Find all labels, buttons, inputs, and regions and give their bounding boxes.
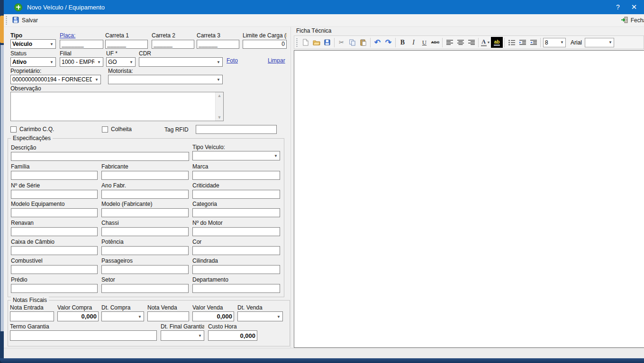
- dt-compra-field: Dt. Compra ▼: [101, 304, 144, 321]
- tipo-combo[interactable]: Veículo ▼: [10, 39, 56, 49]
- descricao-input[interactable]: [11, 152, 189, 161]
- highlight-button[interactable]: ab: [491, 37, 503, 48]
- plus-icon: [14, 3, 22, 11]
- chevron-down-icon: ▼: [50, 60, 54, 64]
- status-combo[interactable]: Ativo ▼: [10, 57, 56, 67]
- foto-link[interactable]: Foto: [227, 57, 238, 64]
- carreta1-input[interactable]: [105, 40, 148, 49]
- copy-button[interactable]: [347, 37, 358, 48]
- editor-toolbar-grip[interactable]: [296, 38, 298, 47]
- potencia-input[interactable]: [101, 246, 189, 255]
- setor-input[interactable]: [101, 284, 189, 293]
- font-size-combo[interactable]: 8 ▼: [543, 38, 566, 47]
- italic-button[interactable]: I: [408, 37, 419, 48]
- toolbar-grip[interactable]: [5, 16, 8, 25]
- checkbox-icon[interactable]: [102, 126, 108, 133]
- save-button[interactable]: Salvar: [9, 15, 40, 27]
- familia-input[interactable]: [11, 171, 98, 180]
- editor-toolbar: ✂ ↶ ↷ B: [294, 35, 644, 49]
- font-name-combo[interactable]: ▼: [585, 38, 614, 47]
- departamento-input[interactable]: [192, 284, 280, 293]
- ficha-tecnica-editor[interactable]: [294, 50, 644, 348]
- proprietario-label: Proprietário:: [10, 68, 101, 75]
- scroll-down-icon[interactable]: ▼: [218, 115, 222, 120]
- proprietario-combo[interactable]: 00000000000194 - FORNECEDOR : ▼: [10, 75, 101, 84]
- chassi-input[interactable]: [101, 227, 189, 236]
- dt-compra-combo[interactable]: ▼: [101, 311, 144, 321]
- nota-entrada-input[interactable]: [10, 311, 54, 321]
- bold-button[interactable]: B: [397, 37, 408, 48]
- predio-input[interactable]: [11, 284, 98, 293]
- ano-fabr-input[interactable]: [101, 190, 189, 199]
- align-left-button[interactable]: [444, 37, 455, 48]
- exit-door-icon: [621, 16, 628, 25]
- passageiros-input[interactable]: [101, 265, 189, 274]
- close-form-button[interactable]: Fechar: [618, 15, 644, 27]
- motorista-combo[interactable]: ▼: [108, 75, 223, 84]
- save-editor-button[interactable]: [322, 37, 333, 48]
- renavan-input[interactable]: [11, 227, 98, 236]
- familia-field: Família: [11, 163, 98, 180]
- underline-button[interactable]: U: [419, 37, 430, 48]
- nota-entrada-field: Nota Entrada: [10, 304, 54, 321]
- dt-venda-combo[interactable]: ▼: [237, 311, 283, 321]
- strikethrough-button[interactable]: ABC: [430, 37, 441, 48]
- motorista-field: Motorista: ▼: [108, 68, 223, 84]
- highlight-icon: ab: [494, 39, 500, 46]
- checkbox-icon[interactable]: [10, 126, 17, 133]
- align-right-button[interactable]: [466, 37, 477, 48]
- placa-link[interactable]: Placa:: [60, 32, 75, 39]
- num-motor-input[interactable]: [192, 227, 280, 236]
- redo-button[interactable]: ↷: [383, 37, 394, 48]
- placa-input[interactable]: [60, 40, 103, 49]
- observacao-scrollbar[interactable]: ▲ ▼: [215, 92, 223, 121]
- tipo-veiculo-combo[interactable]: ▼: [192, 151, 280, 160]
- chevron-down-icon: ▼: [129, 60, 133, 64]
- modelo-equipamento-input[interactable]: [11, 208, 98, 217]
- copy-icon: [349, 39, 356, 46]
- cut-button[interactable]: ✂: [336, 37, 347, 48]
- open-button[interactable]: [311, 37, 322, 48]
- font-color-button[interactable]: A ▼: [480, 37, 491, 48]
- outdent-button[interactable]: [528, 37, 539, 48]
- limite-carga-input[interactable]: [243, 40, 287, 49]
- help-button[interactable]: ?: [610, 0, 626, 14]
- paste-button[interactable]: [358, 37, 369, 48]
- nota-venda-input[interactable]: [147, 311, 189, 321]
- carreta2-input[interactable]: [152, 40, 194, 49]
- criticidade-input[interactable]: [192, 190, 280, 199]
- termo-garantia-input[interactable]: [10, 330, 157, 341]
- observacao-textarea[interactable]: ▲ ▼: [10, 92, 224, 121]
- indent-button[interactable]: [517, 37, 528, 48]
- caixa-cambio-input[interactable]: [11, 246, 98, 255]
- cor-input[interactable]: [192, 246, 280, 255]
- align-center-button[interactable]: [455, 37, 466, 48]
- scroll-up-icon[interactable]: ▲: [218, 93, 222, 98]
- new-document-button[interactable]: [300, 37, 311, 48]
- fabricante-input[interactable]: [101, 171, 189, 180]
- modelo-fabricante-input[interactable]: [101, 208, 189, 217]
- valor-compra-input[interactable]: [57, 311, 99, 321]
- custo-hora-input[interactable]: [208, 330, 257, 341]
- tag-rfid-input[interactable]: [196, 125, 277, 134]
- marca-input[interactable]: [192, 171, 280, 180]
- main-toolbar: Salvar Fechar: [4, 14, 644, 27]
- undo-button[interactable]: ↶: [372, 37, 383, 48]
- renavan-field: Renavan: [11, 220, 98, 236]
- colheita-checkbox[interactable]: Colheita: [102, 126, 132, 133]
- uf-combo[interactable]: GO ▼: [106, 57, 136, 67]
- carreta3-input[interactable]: [197, 40, 239, 49]
- valor-venda-input[interactable]: [192, 311, 234, 321]
- num-serie-input[interactable]: [11, 190, 98, 199]
- limpar-link[interactable]: Limpar: [268, 57, 285, 64]
- filial-combo[interactable]: 1000 - EMPRI ▼: [60, 57, 103, 67]
- dt-final-garantia-combo[interactable]: ▼: [161, 330, 204, 341]
- cilindrada-input[interactable]: [192, 265, 280, 274]
- cdr-combo[interactable]: ▼: [139, 57, 223, 67]
- close-window-button[interactable]: ✕: [626, 0, 642, 14]
- combustivel-input[interactable]: [11, 265, 98, 274]
- carimbo-checkbox[interactable]: Carimbo C.Q.: [10, 126, 54, 133]
- categoria-input[interactable]: [192, 208, 280, 217]
- background-scrollbar-strip[interactable]: [0, 45, 4, 331]
- bullet-list-button[interactable]: [506, 37, 517, 48]
